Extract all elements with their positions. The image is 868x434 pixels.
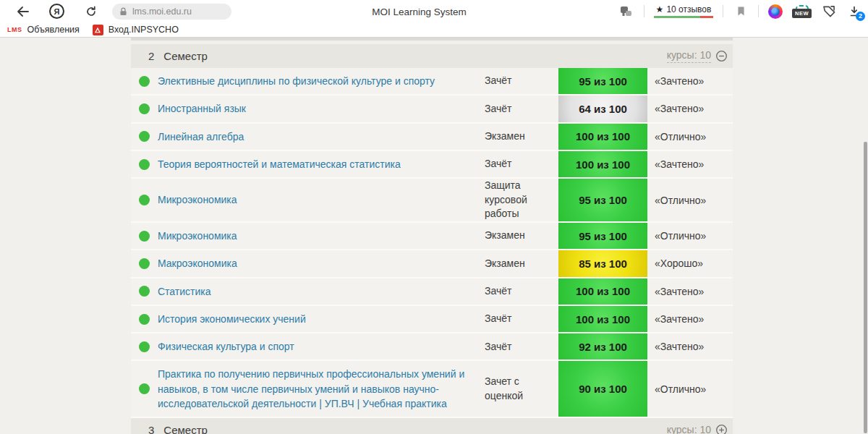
- table-row: Макроэкономика Экзамен 85 из 100 «Хорошо…: [131, 250, 733, 278]
- semester-title: Семестр: [163, 50, 208, 62]
- assessment-type: Экзамен: [485, 257, 558, 271]
- grade-text: «Отлично»: [647, 383, 733, 395]
- score-badge: 100 из 100: [558, 124, 647, 150]
- status-cell: [131, 76, 158, 87]
- semester-title: Семестр: [163, 424, 208, 434]
- grade-text: «Хорошо»: [647, 258, 733, 269]
- course-link[interactable]: Физическая культура и спорт: [158, 333, 485, 359]
- minus-circle-icon: [715, 50, 728, 62]
- table-row: Микроэкономика Защита курсовой работы 95…: [131, 179, 733, 223]
- assessment-type: Зачёт: [485, 102, 558, 116]
- courses-count-link[interactable]: курсы: 10: [667, 424, 711, 434]
- bookmark-item-lms[interactable]: LMS Объявления: [7, 25, 80, 35]
- bookmark-label: Вход.INPSYCHO: [109, 25, 179, 35]
- grade-text: «Отлично»: [647, 195, 733, 206]
- expand-section-button[interactable]: [715, 424, 728, 434]
- assessment-type: Зачёт: [485, 312, 558, 326]
- grades-section: 2 Семестр курсы: 10 Элективные дисциплин…: [131, 38, 733, 434]
- assessment-type: Экзамен: [485, 129, 558, 144]
- active-status-dot-icon: [139, 286, 150, 297]
- active-status-dot-icon: [139, 231, 150, 242]
- browser-toolbar: Я lms.moi.edu.ru MOI Learning System ★ 1…: [0, 0, 868, 22]
- collapse-section-button[interactable]: [715, 50, 728, 62]
- score-badge: 95 из 100: [558, 68, 647, 94]
- score-badge: 90 из 100: [558, 361, 647, 417]
- inpsycho-favicon: [93, 25, 103, 35]
- course-link[interactable]: Теория вероятностей и математическая ста…: [158, 151, 485, 177]
- score-badge: 100 из 100: [558, 306, 647, 332]
- active-status-dot-icon: [139, 383, 150, 394]
- bookmark-button[interactable]: [733, 4, 749, 20]
- course-link[interactable]: Линейная алгебра: [158, 124, 485, 150]
- assessment-type: Защита курсовой работы: [485, 179, 558, 221]
- courses-count-link[interactable]: курсы: 10: [667, 49, 711, 63]
- toolbar-divider: [644, 5, 644, 17]
- course-link[interactable]: Микроэкономика: [158, 187, 485, 213]
- semester-3-header: 3 Семестр курсы: 10: [131, 418, 733, 434]
- semester-number: 2: [148, 50, 154, 62]
- downloads-button[interactable]: 2: [846, 4, 862, 20]
- back-arrow-icon: [17, 7, 29, 17]
- toolbar-divider: [758, 5, 759, 17]
- lms-favicon: LMS: [7, 26, 22, 33]
- course-link[interactable]: Иностранный язык: [158, 95, 485, 122]
- assessment-type: Зачет с оценкой: [485, 375, 558, 403]
- active-status-dot-icon: [139, 131, 150, 142]
- lock-icon: [119, 7, 128, 17]
- site-reviews-button[interactable]: ★ 10 отзывов: [654, 4, 713, 18]
- active-status-dot-icon: [139, 258, 150, 269]
- semester-2-header: 2 Семестр курсы: 10: [131, 44, 733, 68]
- sidebar-panels-button[interactable]: [618, 4, 634, 20]
- course-link[interactable]: Элективные дисциплины по физической куль…: [158, 68, 485, 94]
- assessment-type: Зачёт: [485, 74, 558, 88]
- bookmark-item-inpsycho[interactable]: Вход.INPSYCHO: [93, 25, 179, 35]
- grade-text: «Зачтено»: [647, 103, 733, 114]
- panels-icon: [620, 6, 633, 17]
- bookmarks-bar: LMS Объявления Вход.INPSYCHO: [0, 22, 868, 38]
- table-row: Физическая культура и спорт Зачёт 92 из …: [131, 333, 733, 361]
- active-status-dot-icon: [139, 314, 150, 325]
- score-badge: 64 из 100: [558, 95, 647, 122]
- assessment-type: Экзамен: [485, 229, 558, 243]
- toolbar-actions: ★ 10 отзывов NEW 2: [618, 4, 862, 20]
- back-button[interactable]: [14, 4, 30, 20]
- grade-text: «Зачтено»: [647, 158, 733, 170]
- semester-number: 3: [148, 424, 154, 434]
- active-status-dot-icon: [139, 103, 150, 114]
- grades-table-body: Элективные дисциплины по физической куль…: [131, 68, 733, 418]
- course-link[interactable]: Макроэкономика: [158, 250, 485, 276]
- assessment-type: Зачёт: [485, 340, 558, 354]
- course-link[interactable]: История экономических учений: [158, 306, 485, 332]
- course-link[interactable]: Статистика: [158, 278, 485, 305]
- star-icon: ★: [656, 4, 664, 14]
- course-link[interactable]: Микроэкономика: [158, 223, 485, 249]
- status-cell: [131, 103, 158, 114]
- status-cell: [131, 159, 158, 170]
- triangle-emblem-icon: [94, 27, 101, 33]
- reload-button[interactable]: [83, 4, 99, 20]
- table-row: Линейная алгебра Экзамен 100 из 100 «Отл…: [131, 124, 733, 151]
- section-top-divider: [131, 38, 733, 41]
- status-cell: [131, 314, 158, 325]
- score-badge: 100 из 100: [558, 278, 647, 305]
- new-extension-button[interactable]: NEW: [792, 5, 812, 18]
- assessment-type: Зачёт: [485, 284, 558, 299]
- score-badge: 85 из 100: [558, 250, 647, 276]
- table-row: Микроэкономика Экзамен 95 из 100 «Отличн…: [131, 223, 733, 250]
- table-row: Элективные дисциплины по физической куль…: [131, 68, 733, 95]
- course-link[interactable]: Практика по получению первичных професси…: [158, 361, 485, 417]
- url-text: lms.moi.edu.ru: [132, 7, 192, 17]
- grade-text: «Зачтено»: [647, 286, 733, 297]
- grade-text: «Зачтено»: [647, 341, 733, 352]
- bookmark-label: Объявления: [27, 25, 80, 35]
- active-status-dot-icon: [139, 341, 150, 352]
- collections-button[interactable]: [821, 4, 837, 20]
- status-cell: [131, 383, 158, 394]
- page-title: MOI Learning System: [372, 6, 467, 17]
- browser-extension-icon[interactable]: [768, 4, 783, 19]
- score-badge: 95 из 100: [558, 179, 647, 221]
- yandex-logo-icon[interactable]: Я: [49, 4, 64, 19]
- status-cell: [131, 286, 158, 297]
- vertical-scrollbar[interactable]: [864, 142, 867, 433]
- address-bar[interactable]: lms.moi.edu.ru: [112, 4, 231, 20]
